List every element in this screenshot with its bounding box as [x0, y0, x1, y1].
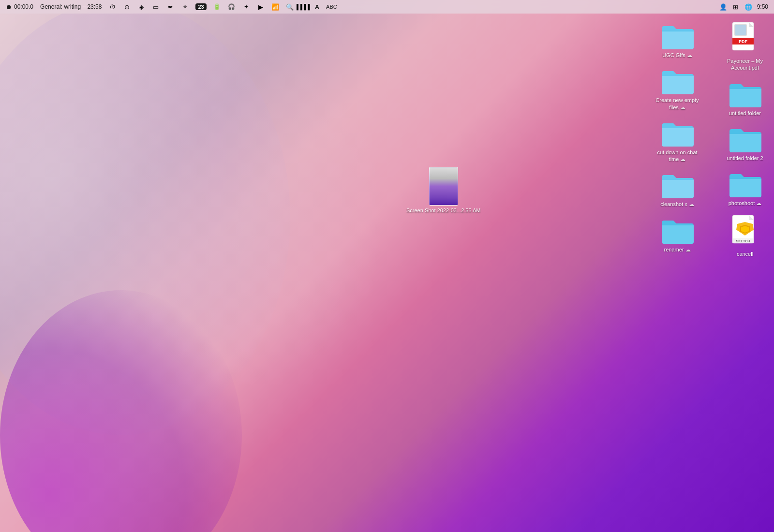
user-icon[interactable]: 👤 [719, 3, 727, 11]
icon-label-cleanshot-x: cleanshot x ☁ [660, 201, 694, 207]
general-writing-label: General: writing – 23:58 [40, 3, 102, 10]
folder-icon-ugc-gifs [660, 21, 695, 50]
menubar: ⏺ 00:00.0 General: writing – 23:58 ⏱ ⊙ ◈… [0, 0, 774, 14]
desktop-far-right-column: PDF Payoneer – My Account.pdf untitled f… [721, 19, 769, 260]
folder-icon-untitled [728, 79, 762, 108]
icon-label-untitled-folder-2: untitled folder 2 [727, 155, 763, 162]
display-icon[interactable]: ▭ [152, 3, 160, 11]
screenshot-item[interactable]: Screen Shot 2022-03...2.55 AM [406, 167, 481, 214]
menu-time: 9:50 [757, 3, 768, 10]
pdf-icon-payoneer: PDF [730, 21, 759, 56]
bluetooth-icon[interactable]: ✦ [242, 3, 250, 11]
folder-icon-cleanshot-x [660, 170, 695, 199]
svg-marker-8 [741, 226, 749, 233]
icon-label-cut-down-on-chat-time: cut down on chat time ☁ [655, 149, 699, 163]
desktop-icon-cleanshot-x[interactable]: cleanshot x ☁ [653, 168, 701, 209]
sketch-icon-cancell: SKETCH [730, 214, 759, 249]
recording-time: 00:00.0 [14, 3, 33, 10]
desktop-icon-untitled-folder[interactable]: untitled folder [721, 77, 769, 118]
icon-label-payoneer-pdf: Payoneer – My Account.pdf [723, 58, 767, 72]
desktop-icon-cancell-sketch[interactable]: SKETCH cancell [721, 212, 769, 259]
svg-text:SKETCH: SKETCH [736, 239, 750, 243]
icon-label-cancell-sketch: cancell [737, 251, 753, 257]
screenshot-icon[interactable]: ⊙ [123, 3, 131, 11]
svg-rect-4 [735, 25, 746, 35]
folder-icon-photoshoot [728, 169, 762, 198]
siri-icon[interactable]: 🌐 [744, 3, 752, 11]
desktop-right-column: UGC GIfs ☁ Create new empty files ☁ cut … [653, 19, 701, 255]
record-icon: ⏺ [6, 3, 12, 11]
icon-label-photoshoot: photoshoot ☁ [729, 200, 762, 207]
icon-label-create-new-empty-files: Create new empty files ☁ [655, 97, 699, 111]
icon-label-renamer: renamer ☁ [664, 246, 690, 253]
screenshot-label: Screen Shot 2022-03...2.55 AM [406, 207, 481, 214]
desktop-icon-create-new-empty-files[interactable]: Create new empty files ☁ [653, 64, 701, 113]
battery-charging-icon: 🔋 [213, 3, 221, 11]
layers-icon[interactable]: ◈ [137, 3, 145, 11]
svg-text:PDF: PDF [739, 39, 748, 44]
timer-icon[interactable]: ⏱ [108, 3, 116, 11]
desktop-icon-cut-down-on-chat-time[interactable]: cut down on chat time ☁ [653, 117, 701, 165]
recording-indicator[interactable]: ⏺ 00:00.0 [6, 3, 33, 11]
font-icon[interactable]: A [315, 3, 319, 11]
now-playing-icon[interactable]: ▶ [257, 3, 265, 11]
pen-icon[interactable]: ✒ [166, 3, 174, 11]
spotlight-icon[interactable]: 🔍 [286, 3, 294, 11]
folder-icon-create-new-empty-files [660, 66, 695, 95]
icon-label-ugc-gifs: UGC GIfs ☁ [662, 52, 692, 59]
audio-icon[interactable]: 🎧 [228, 3, 236, 11]
icon-label-untitled-folder: untitled folder [729, 110, 761, 117]
desktop-icon-photoshoot[interactable]: photoshoot ☁ [721, 167, 769, 208]
wifi-icon[interactable]: 📶 [271, 3, 279, 11]
folder-icon-renamer [660, 216, 695, 245]
font-label: ABC [326, 4, 337, 10]
desktop-icon-renamer[interactable]: renamer ☁ [653, 214, 701, 255]
desktop-icon-untitled-folder-2[interactable]: untitled folder 2 [721, 122, 769, 163]
desktop-icon-payoneer-pdf[interactable]: PDF Payoneer – My Account.pdf [721, 19, 769, 74]
control-center-icon[interactable]: ⊞ [732, 3, 740, 11]
folder-icon-cut-down-on-chat-time [660, 118, 695, 148]
screenshot-thumbnail [429, 167, 458, 206]
cursor-icon[interactable]: ⌖ [181, 3, 189, 11]
desktop-icon-ugc-gifs[interactable]: UGC GIfs ☁ [653, 19, 701, 60]
folder-icon-untitled-2 [728, 124, 762, 153]
battery-full-icon: ▌▌▌▌ [300, 3, 308, 11]
badge-23[interactable]: 23 [195, 3, 206, 10]
